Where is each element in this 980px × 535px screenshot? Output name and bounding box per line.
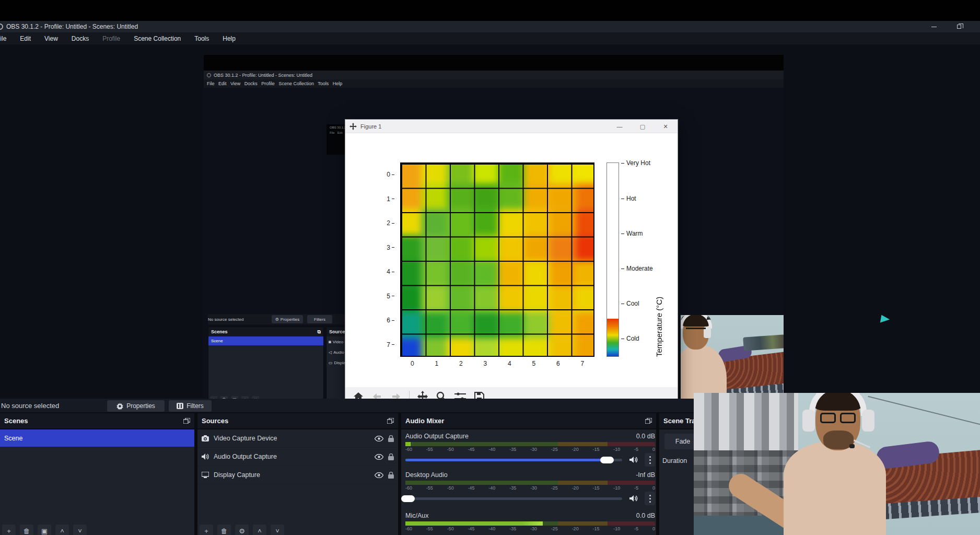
menu-scene-collection[interactable]: Scene Collection [134, 35, 181, 42]
figure-close-button[interactable]: ✕ [655, 120, 676, 133]
channel-name: Audio Output Capture [405, 433, 469, 440]
source-row-display[interactable]: Display Capture [197, 466, 398, 484]
y-axis-ticks: 01234567 [383, 162, 396, 357]
colorbar-tick: Very Hot [621, 159, 650, 167]
main-titlebar: OBS 30.1.2 - Profile: Untitled - Scenes:… [0, 21, 980, 32]
heatmap-plot [400, 162, 594, 357]
volume-slider[interactable] [405, 497, 622, 500]
colorbar-tick: Moderate [621, 265, 653, 272]
scene-list-item[interactable]: Scene [0, 429, 194, 447]
glasses-right-lens [840, 413, 856, 423]
no-source-label: No source selected [1, 402, 59, 410]
x-axis-ticks: 01234567 [400, 360, 594, 367]
source-label: Video Capture Device [214, 435, 370, 442]
mini-scene-item: Scene [208, 336, 323, 345]
volume-slider-handle[interactable] [401, 495, 415, 502]
obs-logo-icon [207, 73, 211, 77]
lock-icon[interactable] [388, 472, 394, 479]
speaker-icon [202, 453, 209, 460]
mini-source-bar: No source selected ⚙ Properties Filters [208, 314, 347, 324]
mixer-channel-desktop-audio: Desktop Audio -Inf dB -60-55-50-45-40-35… [401, 471, 659, 504]
figure-maximize-button[interactable]: ▢ [632, 120, 654, 133]
source-row-video[interactable]: Video Capture Device [197, 429, 398, 448]
headphone-cup-left [802, 410, 815, 432]
glasses-left-lens [820, 413, 836, 423]
popout-icon[interactable] [645, 418, 652, 424]
person-torso [784, 441, 886, 535]
volume-slider-handle[interactable] [600, 457, 614, 463]
volume-meter [405, 442, 655, 446]
background-clutter [743, 334, 784, 351]
audio-mixer-header: Audio Mixer [401, 413, 656, 429]
popout-icon: ⧉ [318, 329, 321, 335]
volume-meter [405, 481, 655, 485]
eye-icon[interactable] [375, 472, 383, 478]
glasses [686, 328, 706, 333]
popout-icon[interactable] [183, 418, 190, 424]
channel-db-value: 0.0 dB [636, 512, 655, 519]
headphone-cup-right [862, 410, 874, 432]
figure-minimize-button[interactable]: — [609, 120, 631, 133]
top-black-strip [0, 0, 980, 21]
display-icon [202, 472, 209, 478]
menu-view[interactable]: View [44, 35, 58, 42]
window-title: OBS 30.1.2 - Profile: Untitled - Scenes:… [6, 23, 138, 30]
eye-icon[interactable] [375, 436, 383, 441]
mixer-channel-audio-output: Audio Output Capture 0.0 dB -60-55-50-45… [401, 433, 659, 465]
menu-help[interactable]: Help [223, 35, 236, 42]
nested-window-title: OBS 30.1.2 - Profile: Untitled - Scenes:… [214, 73, 312, 78]
speaker-icon[interactable] [629, 495, 638, 502]
colorbar-tick: Warm [621, 230, 643, 237]
menu-edit[interactable]: Edit [20, 35, 31, 42]
meter-tick-labels: -60-55-50-45-40-35-30-25-20-15-10-50 [401, 447, 659, 452]
figure-title: Figure 1 [360, 123, 381, 130]
minimize-button[interactable] [924, 21, 944, 32]
mini-properties-button: ⚙ Properties [272, 315, 303, 323]
eye-icon[interactable] [375, 454, 383, 460]
menu-file[interactable]: File [0, 35, 6, 42]
channel-menu-icon[interactable] [645, 453, 655, 467]
channel-name: Desktop Audio [405, 471, 448, 479]
scenes-header: Scenes [0, 413, 194, 429]
scenes-dock: Scenes Scene +🗑▣˄˅ [0, 413, 197, 535]
menu-profile[interactable]: Profile [102, 35, 120, 42]
mini-filters-button: Filters [307, 315, 332, 323]
heatmap-gridlines [401, 164, 594, 357]
scenes-toolbar[interactable]: +🗑▣˄˅ [2, 525, 87, 535]
lock-icon[interactable] [388, 453, 394, 460]
obs-logo-icon [0, 24, 3, 30]
transition-duration-label: Duration [662, 457, 687, 464]
channel-menu-icon[interactable] [645, 492, 655, 505]
headset-mic [849, 444, 855, 448]
colorbar [606, 162, 619, 357]
restore-button[interactable] [949, 21, 970, 32]
gear-icon [116, 403, 123, 410]
channel-db-value: 0.0 dB [636, 433, 655, 440]
colorbar-tick: Cool [621, 300, 639, 307]
channel-db-value: -Inf dB [636, 471, 655, 479]
colorbar-axis-label: Temperature (°C) [655, 162, 663, 357]
wall-cable [868, 396, 980, 428]
popout-icon[interactable] [387, 418, 394, 424]
figure-canvas: 01234567 01234567 Very HotHotWarmModerat… [345, 133, 678, 387]
figure-window: Figure 1 — ▢ ✕ 01234567 01234567 Very Ho… [345, 119, 678, 406]
channel-name: Mic/Aux [405, 512, 428, 519]
menu-docks[interactable]: Docks [72, 35, 89, 42]
colorbar-tick: Cold [621, 335, 639, 342]
meter-tick-labels: -60-55-50-45-40-35-30-25-20-15-10-50 [401, 526, 659, 531]
volume-meter [405, 521, 655, 526]
properties-button[interactable]: Properties [107, 400, 165, 412]
filter-icon [177, 403, 183, 409]
matplotlib-window-icon [349, 123, 357, 130]
cyan-cursor [880, 315, 890, 324]
menu-tools[interactable]: Tools [194, 35, 209, 42]
speaker-icon[interactable] [629, 456, 638, 463]
sources-dock: Sources Video Capture Device Audio Outpu… [197, 413, 401, 535]
sources-header: Sources [197, 413, 398, 429]
nested-menubar: File Edit View Docks Profile Scene Colle… [204, 79, 784, 88]
sources-toolbar[interactable]: +🗑⚙˄˅ [200, 525, 284, 535]
volume-slider[interactable] [405, 459, 622, 461]
source-row-audio-output[interactable]: Audio Output Capture [197, 448, 398, 466]
filters-button[interactable]: Filters [169, 400, 212, 412]
lock-icon[interactable] [388, 435, 394, 442]
